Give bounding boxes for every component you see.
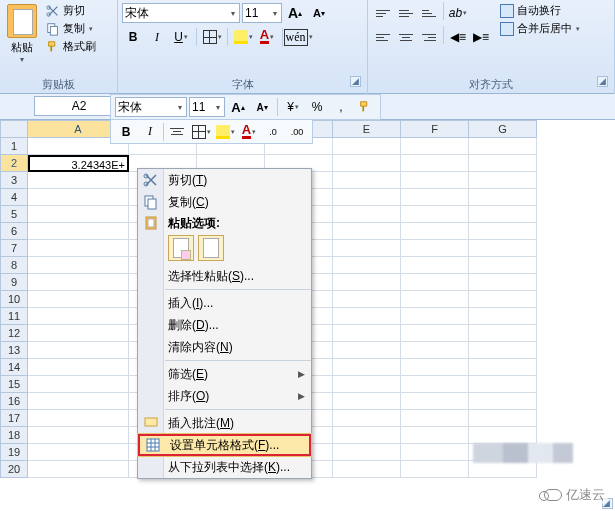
cell[interactable] bbox=[333, 325, 401, 342]
column-header[interactable]: G bbox=[469, 120, 537, 138]
cell[interactable] bbox=[333, 359, 401, 376]
dialog-launcher-icon[interactable]: ◢ bbox=[597, 76, 608, 87]
row-header[interactable]: 3 bbox=[0, 172, 28, 189]
cell[interactable] bbox=[469, 461, 537, 478]
row-header[interactable]: 13 bbox=[0, 342, 28, 359]
ctx-clear[interactable]: 清除内容(N) bbox=[138, 336, 311, 358]
paste-button[interactable]: 粘贴 ▾ bbox=[4, 2, 40, 76]
cell[interactable] bbox=[401, 138, 469, 155]
cell[interactable] bbox=[401, 206, 469, 223]
cell[interactable] bbox=[28, 206, 129, 223]
mini-borders[interactable]: ▾ bbox=[190, 121, 212, 143]
cell[interactable] bbox=[333, 308, 401, 325]
cell[interactable] bbox=[28, 461, 129, 478]
cell[interactable] bbox=[469, 155, 537, 172]
cell[interactable] bbox=[333, 240, 401, 257]
cell[interactable] bbox=[333, 342, 401, 359]
cell[interactable] bbox=[469, 206, 537, 223]
cell[interactable] bbox=[469, 257, 537, 274]
paste-option-values[interactable] bbox=[198, 235, 224, 261]
cell[interactable] bbox=[333, 393, 401, 410]
select-all-corner[interactable] bbox=[0, 120, 28, 138]
ctx-insert-comment[interactable]: 插入批注(M) bbox=[138, 412, 311, 434]
cell[interactable] bbox=[28, 291, 129, 308]
format-painter-button[interactable]: 格式刷 bbox=[44, 38, 98, 55]
mini-accounting-format[interactable]: ¥▾ bbox=[282, 96, 304, 118]
cell[interactable] bbox=[401, 291, 469, 308]
cell[interactable] bbox=[469, 393, 537, 410]
cell[interactable] bbox=[28, 359, 129, 376]
cell[interactable] bbox=[401, 308, 469, 325]
mini-font-name[interactable]: 宋体▾ bbox=[115, 97, 187, 117]
cell[interactable] bbox=[469, 240, 537, 257]
ctx-filter[interactable]: 筛选(E) ▶ bbox=[138, 363, 311, 385]
cell[interactable] bbox=[333, 189, 401, 206]
row-header[interactable]: 11 bbox=[0, 308, 28, 325]
cell[interactable] bbox=[469, 308, 537, 325]
mini-increase-decimal[interactable]: .0 bbox=[262, 121, 284, 143]
cell[interactable] bbox=[469, 138, 537, 155]
cell[interactable] bbox=[333, 376, 401, 393]
row-header[interactable]: 15 bbox=[0, 376, 28, 393]
row-header[interactable]: 4 bbox=[0, 189, 28, 206]
orientation-button[interactable]: ab▾ bbox=[447, 2, 469, 24]
cell[interactable] bbox=[333, 155, 401, 172]
ctx-pick-from-list[interactable]: 从下拉列表中选择(K)... bbox=[138, 456, 311, 478]
cell[interactable] bbox=[469, 427, 537, 444]
cell[interactable] bbox=[469, 291, 537, 308]
cell[interactable] bbox=[401, 376, 469, 393]
cell[interactable] bbox=[469, 376, 537, 393]
cell[interactable] bbox=[28, 172, 129, 189]
cut-button[interactable]: 剪切 bbox=[44, 2, 98, 19]
cell[interactable] bbox=[333, 291, 401, 308]
underline-button[interactable]: U▾ bbox=[170, 26, 192, 48]
cell[interactable] bbox=[28, 189, 129, 206]
font-size-combo[interactable]: 11 ▾ bbox=[242, 3, 282, 23]
mini-decrease-font[interactable]: A▾ bbox=[251, 96, 273, 118]
cell[interactable] bbox=[401, 359, 469, 376]
wrap-text-button[interactable]: 自动换行 bbox=[498, 2, 582, 19]
mini-percent[interactable]: % bbox=[306, 96, 328, 118]
decrease-font-button[interactable]: A▾ bbox=[308, 2, 330, 24]
active-cell[interactable]: 3.24343E+ bbox=[28, 155, 129, 172]
column-header[interactable]: E bbox=[333, 120, 401, 138]
cell[interactable] bbox=[401, 342, 469, 359]
cell[interactable] bbox=[28, 325, 129, 342]
row-header[interactable]: 9 bbox=[0, 274, 28, 291]
row-header[interactable]: 19 bbox=[0, 444, 28, 461]
copy-button[interactable]: 复制 ▾ bbox=[44, 20, 98, 37]
cell[interactable] bbox=[333, 206, 401, 223]
cell[interactable] bbox=[401, 444, 469, 461]
italic-button[interactable]: I bbox=[146, 26, 168, 48]
font-name-combo[interactable]: 宋体 ▾ bbox=[122, 3, 240, 23]
cell[interactable] bbox=[469, 274, 537, 291]
mini-font-size[interactable]: 11▾ bbox=[189, 97, 225, 117]
decrease-indent-button[interactable]: ◀≡ bbox=[447, 26, 469, 48]
cell[interactable] bbox=[333, 257, 401, 274]
cell[interactable] bbox=[28, 376, 129, 393]
cell[interactable] bbox=[401, 427, 469, 444]
column-header[interactable]: F bbox=[401, 120, 469, 138]
paste-option-all[interactable] bbox=[168, 235, 194, 261]
bold-button[interactable]: B bbox=[122, 26, 144, 48]
merge-center-button[interactable]: 合并后居中 ▾ bbox=[498, 20, 582, 37]
cell[interactable] bbox=[28, 274, 129, 291]
cell[interactable] bbox=[28, 444, 129, 461]
cell[interactable] bbox=[469, 189, 537, 206]
cell[interactable] bbox=[401, 257, 469, 274]
row-header[interactable]: 16 bbox=[0, 393, 28, 410]
cell[interactable] bbox=[333, 172, 401, 189]
row-header[interactable]: 2 bbox=[0, 155, 28, 172]
cell[interactable] bbox=[401, 461, 469, 478]
cell[interactable] bbox=[469, 359, 537, 376]
mini-increase-font[interactable]: A▴ bbox=[227, 96, 249, 118]
row-header[interactable]: 6 bbox=[0, 223, 28, 240]
row-header[interactable]: 12 bbox=[0, 325, 28, 342]
cell[interactable] bbox=[401, 223, 469, 240]
cell[interactable] bbox=[333, 444, 401, 461]
align-center-button[interactable] bbox=[395, 26, 417, 48]
mini-align-center[interactable] bbox=[166, 121, 188, 143]
ctx-insert[interactable]: 插入(I)... bbox=[138, 292, 311, 314]
cell[interactable] bbox=[28, 342, 129, 359]
cell[interactable] bbox=[469, 223, 537, 240]
